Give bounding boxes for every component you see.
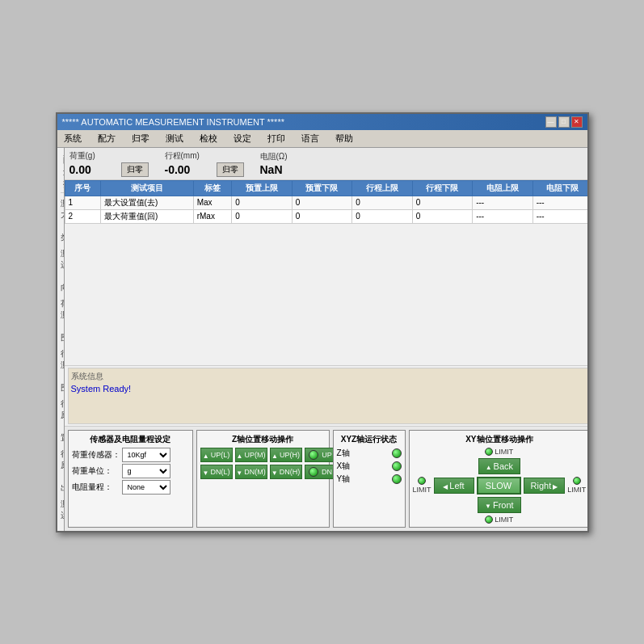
left-limit-group: LIMIT: [413, 477, 431, 494]
load-sensor-select[interactable]: 10Kgf: [122, 448, 170, 462]
x-axis-label: X轴: [337, 461, 351, 472]
table-cell: ---: [473, 196, 533, 209]
th-lower: 预置下限: [292, 180, 352, 196]
sensor-title: 传感器及电阻量程设定: [72, 434, 189, 445]
resistance-range-label: 电阻量程：: [72, 482, 120, 493]
title-bar: ***** AUTOMATIC MEASUREMENT INSTRUMENT *…: [57, 114, 587, 130]
table-cell: 0: [352, 196, 413, 209]
xy-ops-panel: XY轴位置移动操作 LIMIT Back: [409, 430, 587, 528]
stroke-value: -0.00: [165, 163, 213, 176]
table-cell: 0: [232, 196, 293, 209]
table-row: 2最大荷重值(回)rMax0000------: [65, 209, 587, 223]
bottom-section: 传感器及电阻量程设定 荷重传感器： 10Kgf 荷重单位： g 电阻量程： No…: [65, 426, 587, 531]
menu-bar: 系统 配方 归零 测试 检校 设定 打印 语言 帮助: [57, 130, 587, 148]
left-arrow: [443, 481, 448, 490]
minimize-button[interactable]: —: [545, 116, 557, 128]
right-button[interactable]: Right: [524, 478, 566, 494]
menu-calibrate[interactable]: 检校: [196, 132, 221, 145]
z-dn-m-button[interactable]: DN(M): [235, 465, 267, 479]
x-axis-led: [392, 461, 402, 471]
maximize-button[interactable]: □: [558, 116, 570, 128]
system-info-title: 系统信息: [71, 371, 587, 382]
middle-row: LIMIT Left SLOW Right: [413, 477, 587, 495]
load-unit-select[interactable]: g: [122, 464, 170, 478]
table-cell: 最大设置值(去): [100, 196, 193, 209]
th-upper: 预置上限: [232, 180, 293, 196]
resistance-value: NaN: [260, 163, 309, 176]
xyz-status-panel: XYZ轴运行状态 Z轴 X轴 Y轴: [333, 430, 406, 528]
front-arrow: [485, 500, 491, 510]
resistance-group: 电阻(Ω) NaN: [260, 151, 309, 176]
data-table-container: 序号 测试项目 标签 预置上限 预置下限 行程上限 行程下限 电阻上限 电阻下限…: [65, 180, 587, 366]
stroke-group: 行程(mm) -0.00 归零: [165, 150, 244, 177]
top-limit-row: LIMIT: [485, 448, 513, 456]
back-label: Back: [494, 461, 513, 471]
z-move-panel: Z轴位置移动操作 UP(L) UP(M) UP(H) UP DN(L) DN(M…: [196, 430, 330, 528]
stroke-label: 行程(mm): [165, 150, 244, 162]
system-info-box: 系统信息 System Ready!: [68, 368, 587, 424]
z-move-title: Z轴位置移动操作: [200, 434, 326, 445]
x-axis-row: X轴: [337, 461, 402, 472]
load-sensor-row: 荷重传感器： 10Kgf: [72, 448, 189, 462]
table-cell: 0: [292, 196, 352, 209]
weight-zero-button[interactable]: 归零: [121, 162, 149, 177]
resistance-range-select[interactable]: None: [122, 480, 170, 495]
z-up-m-button[interactable]: UP(M): [235, 448, 267, 462]
left-button[interactable]: Left: [434, 478, 474, 494]
menu-settings[interactable]: 设定: [230, 132, 255, 145]
table-cell: 2: [65, 209, 100, 223]
resistance-range-row: 电阻量程： None: [72, 480, 189, 495]
right-label: Right: [531, 481, 552, 490]
z-up-button[interactable]: UP: [305, 448, 337, 462]
weight-label: 荷重(g): [69, 150, 149, 162]
left-panel: 配方选择： 📂 测定力量种类： 压缩力&拉伸力 测定运动方向： 去程&回程 荷重…: [57, 148, 65, 531]
bottom-limit-label: LIMIT: [495, 516, 513, 524]
close-button[interactable]: ✕: [571, 116, 583, 128]
y-axis-led: [392, 474, 402, 484]
left-label: Left: [449, 481, 464, 490]
z-up-row: UP(L) UP(M) UP(H) UP: [200, 448, 326, 462]
sensor-settings-panel: 传感器及电阻量程设定 荷重传感器： 10Kgf 荷重单位： g 电阻量程： No…: [68, 430, 193, 528]
z-dn-button[interactable]: DN: [305, 465, 337, 479]
xy-grid: LIMIT Back LIMIT: [413, 448, 587, 524]
xy-ops-title: XY轴位置移动操作: [465, 434, 532, 445]
front-label: Front: [493, 500, 514, 510]
z-dn-l-button[interactable]: DN(L): [200, 465, 233, 479]
menu-help[interactable]: 帮助: [332, 132, 356, 145]
bottom-limit-dot: [485, 516, 493, 524]
right-limit-group: LIMIT: [567, 477, 586, 494]
y-axis-row: Y轴: [337, 474, 402, 485]
table-cell: ---: [532, 209, 587, 223]
th-res-upper: 电阻上限: [473, 180, 533, 196]
z-axis-row: Z轴: [337, 448, 402, 459]
menu-print[interactable]: 打印: [264, 132, 288, 145]
z-axis-label: Z轴: [337, 448, 350, 459]
menu-system[interactable]: 系统: [61, 132, 85, 145]
back-arrow: [486, 461, 492, 471]
slow-label: SLOW: [486, 481, 511, 490]
z-up-l-button[interactable]: UP(L): [200, 448, 233, 462]
table-cell: ---: [473, 209, 533, 223]
stroke-zero-button[interactable]: 归零: [217, 162, 244, 177]
front-button[interactable]: Front: [478, 497, 521, 513]
z-dn-row: DN(L) DN(M) DN(H) DN: [200, 465, 326, 479]
load-unit-row: 荷重单位： g: [72, 464, 189, 478]
menu-recipe[interactable]: 配方: [95, 132, 119, 145]
content-area: 配方选择： 📂 测定力量种类： 压缩力&拉伸力 测定运动方向： 去程&回程 荷重…: [57, 148, 587, 531]
menu-zero[interactable]: 归零: [128, 132, 153, 145]
slow-button[interactable]: SLOW: [477, 477, 521, 495]
menu-language[interactable]: 语言: [298, 132, 322, 145]
table-cell: ---: [532, 196, 587, 209]
menu-test[interactable]: 测试: [162, 132, 187, 145]
z-dn-h-button[interactable]: DN(H): [270, 465, 302, 479]
z-up-h-button[interactable]: UP(H): [270, 448, 302, 462]
resistance-label: 电阻(Ω): [260, 151, 309, 162]
window-title: ***** AUTOMATIC MEASUREMENT INSTRUMENT *…: [62, 117, 284, 127]
back-button[interactable]: Back: [478, 458, 520, 474]
table-cell: 1: [65, 196, 100, 209]
right-limit-dot: [573, 477, 581, 485]
left-limit-dot: [418, 477, 426, 485]
weight-group: 荷重(g) 0.00 归零: [69, 150, 149, 177]
measurements-bar: 荷重(g) 0.00 归零 行程(mm) -0.00 归零 电阻(Ω): [65, 148, 587, 180]
weight-value: 0.00: [69, 163, 118, 176]
